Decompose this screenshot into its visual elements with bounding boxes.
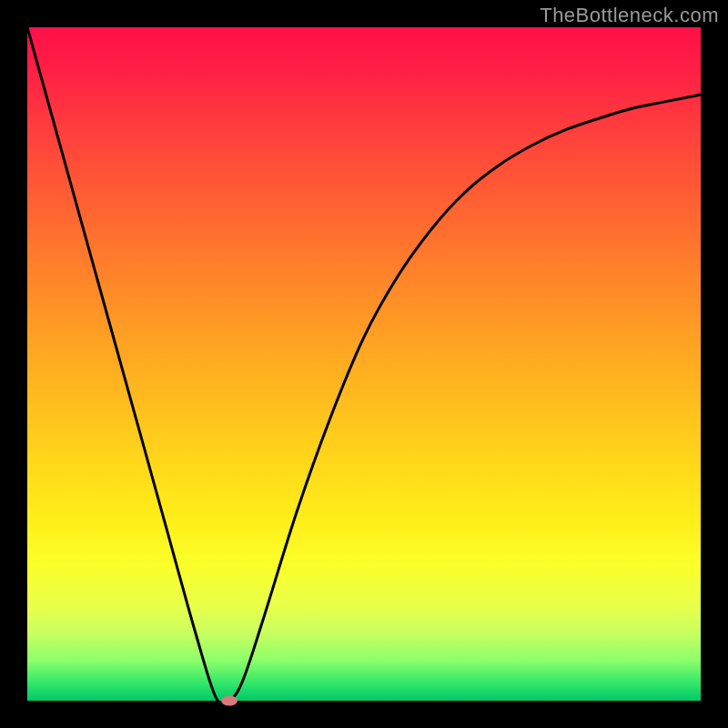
bottleneck-curve — [27, 27, 701, 704]
curve-svg — [27, 27, 701, 701]
chart-frame: TheBottleneck.com — [0, 0, 728, 728]
watermark-text: TheBottleneck.com — [540, 4, 719, 27]
minimum-marker — [221, 696, 238, 706]
plot-area — [27, 27, 701, 701]
